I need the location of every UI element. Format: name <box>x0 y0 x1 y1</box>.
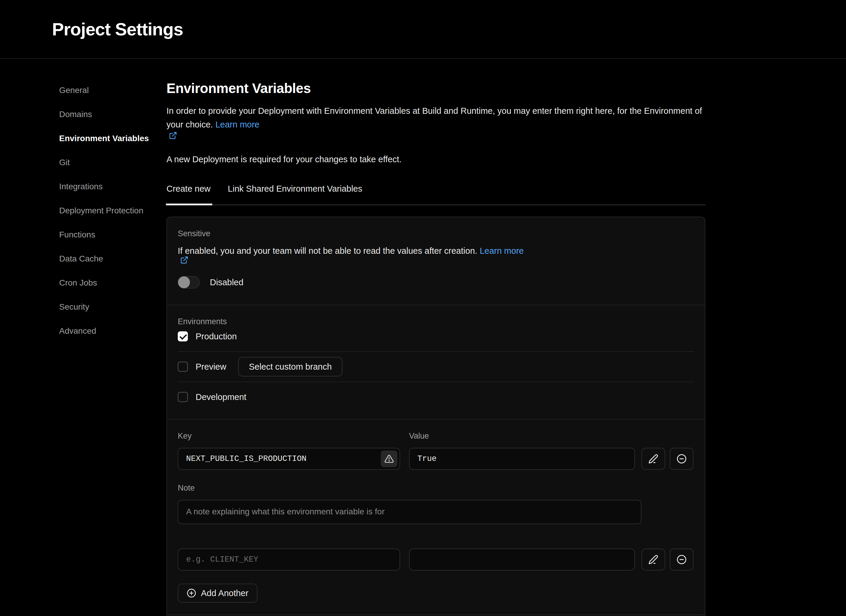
development-checkbox[interactable] <box>178 392 188 402</box>
sidebar-item-cron-jobs[interactable]: Cron Jobs <box>59 276 166 289</box>
section-title: Environment Variables <box>166 80 705 96</box>
settings-sidebar: General Domains Environment Variables Gi… <box>0 80 166 349</box>
sidebar-item-data-cache[interactable]: Data Cache <box>59 252 166 265</box>
key-value-section: Key Value <box>167 419 705 615</box>
edit-value-button[interactable] <box>642 549 665 571</box>
add-another-label: Add Another <box>201 588 248 598</box>
warning-icon <box>384 454 394 463</box>
minus-circle-icon <box>677 554 687 565</box>
sensitive-toggle[interactable] <box>178 276 200 289</box>
page-title: Project Settings <box>52 19 183 40</box>
edit-value-button[interactable] <box>642 448 665 470</box>
sidebar-item-advanced[interactable]: Advanced <box>59 324 166 337</box>
environment-row-preview: Preview Select custom branch <box>178 356 694 377</box>
minus-circle-icon <box>677 454 687 464</box>
page-header: Project Settings <box>0 0 846 59</box>
env-var-row-1 <box>178 448 694 470</box>
pencil-icon <box>648 554 658 565</box>
sensitive-label: Sensitive <box>178 229 694 238</box>
key-label: Key <box>178 431 409 441</box>
tab-bar: Create new Link Shared Environment Varia… <box>166 184 705 205</box>
content-area: General Domains Environment Variables Gi… <box>0 59 846 616</box>
environment-row-development: Development <box>178 387 694 407</box>
key-warning-chip[interactable] <box>381 450 397 467</box>
kv-labels-row: Key Value <box>178 431 694 441</box>
sensitive-description-text: If enabled, you and your team will not b… <box>178 246 477 255</box>
remove-row-button[interactable] <box>670 549 693 571</box>
sensitive-section: Sensitive If enabled, you and your team … <box>167 217 705 305</box>
create-env-var-card: Sensitive If enabled, you and your team … <box>166 217 705 616</box>
external-link-icon <box>169 131 177 140</box>
value-label: Value <box>409 431 429 441</box>
learn-more-label: Learn more <box>215 120 259 129</box>
tab-create-new[interactable]: Create new <box>166 184 210 204</box>
preview-checkbox[interactable] <box>178 362 188 372</box>
learn-more-link[interactable]: Learn more <box>166 120 705 140</box>
preview-label: Preview <box>195 362 226 372</box>
sidebar-item-integrations[interactable]: Integrations <box>59 180 166 193</box>
production-checkbox[interactable] <box>178 331 188 342</box>
note-label: Note <box>178 484 694 493</box>
remove-row-button[interactable] <box>670 448 693 470</box>
key-input-wrap <box>178 448 400 470</box>
tab-link-shared-env-vars[interactable]: Link Shared Environment Variables <box>228 184 362 204</box>
external-link-icon <box>180 256 188 264</box>
sensitive-description: If enabled, you and your team will not b… <box>178 246 694 264</box>
redeploy-note: A new Deployment is required for your ch… <box>166 154 705 164</box>
row-divider <box>178 351 694 352</box>
sidebar-item-security[interactable]: Security <box>59 301 166 314</box>
sidebar-item-general[interactable]: General <box>59 84 166 97</box>
select-custom-branch-button[interactable]: Select custom branch <box>238 357 342 377</box>
section-description: In order to provide your Deployment with… <box>166 104 705 140</box>
add-another-button[interactable]: Add Another <box>178 584 257 603</box>
toggle-knob <box>178 276 190 288</box>
key-input-2[interactable] <box>178 549 400 571</box>
value-input-wrap <box>409 448 635 470</box>
value-input-1[interactable] <box>409 448 635 470</box>
environment-variables-panel: Environment Variables In order to provid… <box>166 80 705 616</box>
note-input[interactable] <box>178 500 642 524</box>
value-input-wrap <box>409 549 635 571</box>
production-label: Production <box>195 331 237 342</box>
sidebar-item-deployment-protection[interactable]: Deployment Protection <box>59 204 166 217</box>
development-label: Development <box>195 392 247 402</box>
value-input-2[interactable] <box>409 549 635 571</box>
key-input-wrap <box>178 549 400 571</box>
plus-circle-icon <box>187 588 196 598</box>
key-input-1[interactable] <box>178 448 400 470</box>
environments-label: Environments <box>178 317 694 326</box>
sensitive-learn-more-label: Learn more <box>480 246 524 255</box>
sidebar-item-domains[interactable]: Domains <box>59 108 166 121</box>
environments-section: Environments Production Preview Select c… <box>167 305 705 419</box>
sensitive-toggle-row: Disabled <box>178 276 694 289</box>
pencil-icon <box>648 454 658 464</box>
environment-row-production: Production <box>178 326 694 346</box>
sidebar-item-functions[interactable]: Functions <box>59 228 166 241</box>
env-var-row-2 <box>178 549 694 571</box>
sidebar-item-environment-variables[interactable]: Environment Variables <box>59 132 166 145</box>
sensitive-toggle-state: Disabled <box>210 277 244 287</box>
row-divider <box>178 381 694 382</box>
sidebar-item-git[interactable]: Git <box>59 156 166 169</box>
card-footer: Import .env or paste the .env contents a… <box>167 615 705 616</box>
